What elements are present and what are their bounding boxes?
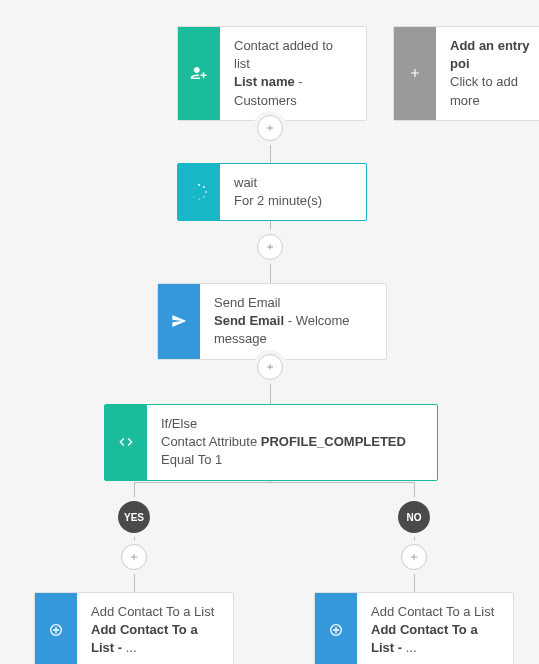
add-step-button[interactable]: [257, 234, 283, 260]
svg-point-0: [198, 184, 200, 186]
add-step-button[interactable]: [401, 544, 427, 570]
send-email-node[interactable]: Send Email Send Email - Welcome message: [157, 283, 387, 360]
wait-node[interactable]: wait For 2 minute(s): [177, 163, 367, 221]
send-email-subtitle: Send Email - Welcome message: [214, 312, 372, 348]
entry-subtitle: List name - Customers: [234, 73, 352, 109]
svg-point-3: [203, 196, 205, 198]
no-badge: NO: [398, 501, 430, 533]
entry-node[interactable]: Contact added to list List name - Custom…: [177, 26, 367, 121]
send-email-title: Send Email: [214, 294, 372, 312]
workflow-canvas: Contact added to list List name - Custom…: [0, 0, 539, 664]
code-icon: [105, 405, 147, 480]
add-step-button[interactable]: [121, 544, 147, 570]
add-entry-subtitle: Click to add more: [450, 73, 538, 109]
svg-point-1: [203, 186, 205, 188]
yes-badge: YES: [118, 501, 150, 533]
add-step-button[interactable]: [257, 354, 283, 380]
if-else-title: If/Else: [161, 415, 423, 433]
svg-point-7: [193, 187, 194, 188]
paper-plane-icon: [158, 284, 200, 359]
svg-point-2: [205, 191, 207, 193]
connector: [134, 482, 414, 483]
svg-point-6: [191, 192, 192, 193]
add-entry-title: Add an entry poi: [450, 37, 538, 73]
plus-icon: [394, 27, 436, 120]
add-contact-title: Add Contact To a List: [371, 603, 499, 621]
add-contact-title: Add Contact To a List: [91, 603, 219, 621]
wait-title: wait: [234, 174, 352, 192]
add-contact-node-no[interactable]: Add Contact To a List Add Contact To a L…: [314, 592, 514, 664]
spinner-icon: [178, 164, 220, 220]
svg-point-5: [193, 197, 194, 198]
user-plus-icon: [178, 27, 220, 120]
add-contact-node-yes[interactable]: Add Contact To a List Add Contact To a L…: [34, 592, 234, 664]
add-entry-hint[interactable]: Add an entry poi Click to add more: [393, 26, 539, 121]
wait-subtitle: For 2 minute(s): [234, 192, 352, 210]
add-contact-subtitle: Add Contact To a List - ...: [371, 621, 499, 657]
if-else-node[interactable]: If/Else Contact Attribute PROFILE_COMPLE…: [104, 404, 438, 481]
svg-point-4: [198, 199, 200, 201]
plus-circle-icon: [35, 593, 77, 664]
add-step-button[interactable]: [257, 115, 283, 141]
if-else-subtitle: Contact Attribute PROFILE_COMPLETED Equa…: [161, 433, 423, 469]
entry-title: Contact added to list: [234, 37, 352, 73]
add-contact-subtitle: Add Contact To a List - ...: [91, 621, 219, 657]
plus-circle-icon: [315, 593, 357, 664]
